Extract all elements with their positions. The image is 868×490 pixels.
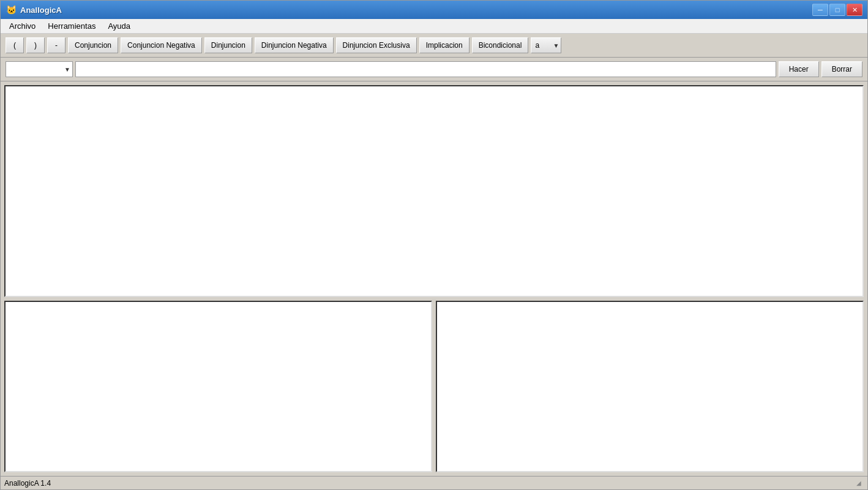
conjuncion-negativa-button[interactable]: Conjuncion Negativa (121, 37, 202, 53)
dinjuncion-exclusiva-button[interactable]: Dinjuncion Exclusiva (336, 37, 417, 53)
formula-dropdown-wrapper: ▼ (6, 61, 73, 77)
negation-button[interactable]: - (47, 37, 65, 53)
dinjuncion-button[interactable]: Dinjuncion (204, 37, 252, 53)
formula-type-select[interactable] (6, 61, 73, 77)
formula-input[interactable] (75, 61, 776, 77)
bottom-panels (4, 301, 864, 472)
app-icon: 🐱 (6, 4, 17, 15)
close-button[interactable]: ✕ (847, 4, 862, 16)
minimize-button[interactable]: ─ (812, 4, 828, 16)
variable-select-wrapper: a b c d e f ▼ (531, 37, 561, 53)
title-bar: 🐱 AnallogicA ─ □ ✕ (1, 1, 867, 19)
title-bar-left: 🐱 AnallogicA (6, 4, 62, 15)
borrar-button[interactable]: Borrar (821, 61, 862, 77)
status-bar: AnallogicA 1.4 ◢ (1, 476, 867, 489)
menu-archivo[interactable]: Archivo (3, 20, 42, 32)
menu-herramientas[interactable]: Herramientas (42, 20, 102, 32)
main-window: 🐱 AnallogicA ─ □ ✕ Archivo Herramientas … (0, 0, 868, 490)
menu-bar: Archivo Herramientas Ayuda (1, 19, 867, 34)
main-content (1, 81, 867, 476)
bottom-right-panel (436, 301, 864, 472)
open-paren-button[interactable]: ( (6, 37, 24, 53)
variable-select[interactable]: a b c d e f (531, 37, 561, 53)
conjuncion-button[interactable]: Conjuncion (68, 37, 118, 53)
toolbar: ( ) - Conjuncion Conjuncion Negativa Din… (1, 34, 867, 58)
implicacion-button[interactable]: Implicacion (419, 37, 470, 53)
bottom-left-panel (4, 301, 432, 472)
status-text: AnallogicA 1.4 (4, 479, 51, 488)
title-bar-controls: ─ □ ✕ (812, 4, 862, 16)
window-title: AnallogicA (20, 6, 62, 15)
bicondicional-button[interactable]: Bicondicional (472, 37, 529, 53)
hacer-button[interactable]: Hacer (779, 61, 819, 77)
menu-ayuda[interactable]: Ayuda (102, 20, 137, 32)
dinjuncion-negativa-button[interactable]: Dinjuncion Negativa (255, 37, 334, 53)
maximize-button[interactable]: □ (829, 4, 845, 16)
formula-row: ▼ Hacer Borrar (1, 58, 867, 81)
resize-icon: ◢ (854, 478, 864, 488)
top-display-panel (4, 85, 864, 297)
close-paren-button[interactable]: ) (26, 37, 45, 53)
